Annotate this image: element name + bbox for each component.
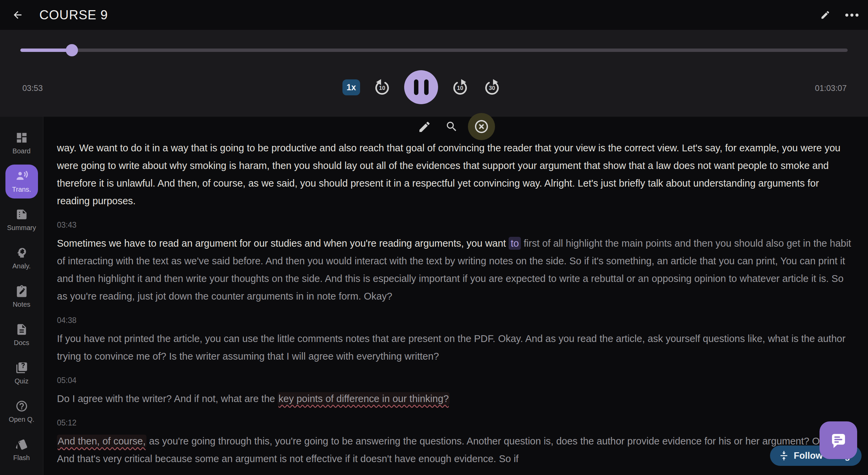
audio-player: 03:53 01:03:07 1x 10 10 30 — [0, 30, 868, 117]
total-time: 01:03:07 — [815, 83, 847, 93]
transcript-paragraph: If you have not printed the article, you… — [57, 330, 852, 365]
question-circle-icon — [15, 400, 28, 413]
search-transcript-button[interactable] — [445, 120, 458, 134]
pencil-icon — [418, 120, 431, 134]
seek-slider[interactable] — [20, 44, 848, 56]
segment-timestamp[interactable]: 05:04 — [57, 376, 852, 385]
ellipsis-icon — [845, 14, 859, 17]
seek-track[interactable] — [20, 49, 848, 52]
arrow-left-icon — [12, 9, 23, 21]
top-bar: COURSE 9 — [0, 0, 868, 30]
sidebar-item-label: Notes — [13, 301, 30, 308]
segment-timestamp[interactable]: 03:43 — [57, 221, 852, 230]
sidebar-item-label: Open Q. — [9, 416, 35, 423]
segment-timestamp[interactable]: 05:12 — [57, 418, 852, 428]
svg-text:30: 30 — [489, 85, 495, 91]
sidebar-item-transcript[interactable]: Trans. — [5, 165, 38, 198]
transcript-text: Sometimes we have to read an argument fo… — [57, 238, 509, 249]
summary-doc-icon — [15, 208, 28, 221]
transcript-paragraph: way. We want to do it in a way that is g… — [57, 139, 852, 210]
seek-fill — [20, 49, 72, 52]
pause-button[interactable] — [404, 70, 438, 104]
seek-thumb[interactable] — [66, 44, 78, 56]
sidebar-item-label: Docs — [14, 339, 29, 347]
dashboard-icon — [15, 131, 28, 144]
close-transcript-button[interactable] — [468, 113, 495, 140]
annotated-phrase[interactable]: And then, of course, — [57, 435, 146, 448]
sidebar-item-board[interactable]: Board — [3, 126, 41, 160]
sidebar-item-docs[interactable]: Docs — [3, 318, 41, 352]
align-center-icon — [779, 451, 789, 461]
playback-controls: 1x 10 10 30 — [342, 70, 502, 105]
transcript-paragraph: And then, of course, as you're going thr… — [57, 432, 852, 468]
search-icon — [445, 120, 458, 133]
sidebar-item-label: Summary — [7, 224, 36, 232]
sidebar-item-label: Analy. — [12, 262, 31, 270]
annotate-button[interactable] — [418, 120, 431, 135]
playback-speed-button[interactable]: 1x — [342, 79, 360, 95]
sidebar-item-quiz[interactable]: Quiz — [3, 356, 41, 390]
forward-30-icon: 30 — [482, 77, 502, 97]
transcript-text: as you're going through this, you're goi… — [57, 436, 837, 464]
edit-title-button[interactable] — [820, 10, 830, 20]
page-title: COURSE 9 — [39, 8, 108, 22]
chat-bubble-icon — [829, 431, 848, 450]
clipboard-pencil-icon — [15, 285, 28, 298]
svg-text:10: 10 — [457, 85, 463, 91]
sidebar-item-summary[interactable]: Summary — [3, 203, 41, 237]
current-word-highlight: to — [509, 237, 521, 250]
rewind-10-icon: 10 — [372, 77, 392, 97]
sidebar: Board Trans. Summary Analy. Notes Docs — [0, 117, 43, 475]
transcript-text: Do I agree with the writer? And if not, … — [57, 393, 278, 404]
transcript-text: If you have not printed the article, you… — [57, 333, 846, 362]
transcript-paragraph: Do I agree with the writer? And if not, … — [57, 390, 852, 407]
chat-button[interactable] — [820, 421, 857, 459]
skip-forward-10-button[interactable]: 10 — [450, 77, 470, 97]
skip-back-10-button[interactable]: 10 — [372, 77, 392, 97]
transcript-panel: way. We want to do it in a way that is g… — [57, 139, 852, 468]
pencil-icon — [820, 10, 830, 20]
more-options-button[interactable] — [845, 14, 859, 17]
segment-timestamp[interactable]: 04:38 — [57, 316, 852, 325]
svg-text:10: 10 — [379, 85, 385, 91]
flashcards-icon — [15, 438, 28, 451]
annotated-phrase[interactable]: key points of difference in our thinking… — [278, 392, 449, 405]
document-icon — [15, 323, 28, 336]
transcript-text: way. We want to do it in a way that is g… — [57, 142, 841, 206]
back-button[interactable] — [10, 7, 25, 22]
sidebar-item-label: Trans. — [12, 186, 31, 193]
head-gear-icon — [15, 246, 28, 259]
sidebar-item-label: Board — [13, 147, 31, 155]
person-voice-icon — [15, 170, 28, 183]
sidebar-item-label: Flash — [13, 454, 30, 462]
pause-icon — [414, 79, 418, 95]
close-circle-icon — [474, 119, 489, 134]
forward-10-icon: 10 — [450, 77, 470, 97]
sidebar-item-analysis[interactable]: Analy. — [3, 241, 41, 275]
quiz-cards-icon — [15, 361, 28, 374]
sidebar-item-label: Quiz — [15, 377, 28, 385]
sidebar-item-flashcards[interactable]: Flash — [3, 433, 41, 467]
skip-forward-30-button[interactable]: 30 — [482, 77, 502, 97]
current-time: 03:53 — [22, 83, 43, 93]
sidebar-item-notes[interactable]: Notes — [3, 280, 41, 314]
transcript-paragraph: Sometimes we have to read an argument fo… — [57, 234, 852, 305]
sidebar-item-open-questions[interactable]: Open Q. — [3, 395, 41, 429]
